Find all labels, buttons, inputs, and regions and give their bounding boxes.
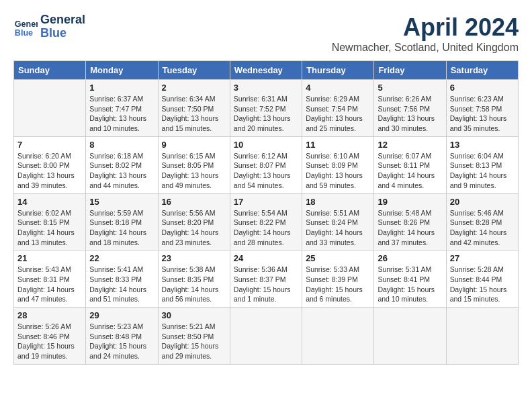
calendar-cell: [374, 308, 446, 365]
day-number: 14: [17, 197, 82, 207]
day-number: 22: [89, 253, 154, 263]
week-row-3: 14Sunrise: 6:02 AM Sunset: 8:15 PM Dayli…: [14, 193, 519, 250]
calendar-cell: 19Sunrise: 5:48 AM Sunset: 8:26 PM Dayli…: [374, 193, 446, 250]
day-info: Sunrise: 6:34 AM Sunset: 7:50 PM Dayligh…: [162, 94, 226, 134]
day-number: 2: [162, 83, 226, 93]
day-info: Sunrise: 5:28 AM Sunset: 8:44 PM Dayligh…: [450, 265, 515, 304]
day-number: 16: [162, 197, 226, 207]
day-info: Sunrise: 5:46 AM Sunset: 8:28 PM Dayligh…: [450, 208, 515, 248]
day-number: 18: [306, 197, 370, 207]
week-row-4: 21Sunrise: 5:43 AM Sunset: 8:31 PM Dayli…: [14, 250, 519, 308]
day-number: 7: [17, 140, 82, 150]
calendar-cell: 21Sunrise: 5:43 AM Sunset: 8:31 PM Dayli…: [14, 250, 86, 308]
calendar-cell: 11Sunrise: 6:10 AM Sunset: 8:09 PM Dayli…: [302, 136, 374, 193]
calendar-cell: 10Sunrise: 6:12 AM Sunset: 8:07 PM Dayli…: [230, 136, 302, 193]
calendar-cell: [230, 308, 302, 365]
week-row-1: 1Sunrise: 6:37 AM Sunset: 7:47 PM Daylig…: [14, 80, 519, 137]
calendar-cell: 9Sunrise: 6:15 AM Sunset: 8:05 PM Daylig…: [158, 136, 230, 193]
calendar-cell: 17Sunrise: 5:54 AM Sunset: 8:22 PM Dayli…: [230, 193, 302, 250]
day-info: Sunrise: 5:23 AM Sunset: 8:48 PM Dayligh…: [89, 322, 154, 361]
calendar-cell: 27Sunrise: 5:28 AM Sunset: 8:44 PM Dayli…: [446, 250, 518, 308]
day-number: 15: [89, 197, 154, 207]
header-day-thursday: Thursday: [302, 61, 374, 80]
calendar-cell: 16Sunrise: 5:56 AM Sunset: 8:20 PM Dayli…: [158, 193, 230, 250]
calendar-table: SundayMondayTuesdayWednesdayThursdayFrid…: [13, 60, 519, 365]
day-info: Sunrise: 6:26 AM Sunset: 7:56 PM Dayligh…: [378, 94, 442, 134]
header-row: SundayMondayTuesdayWednesdayThursdayFrid…: [14, 61, 519, 80]
day-info: Sunrise: 5:59 AM Sunset: 8:18 PM Dayligh…: [89, 208, 154, 248]
day-info: Sunrise: 6:37 AM Sunset: 7:47 PM Dayligh…: [89, 94, 154, 134]
day-number: 1: [89, 83, 154, 93]
logo: General Blue General Blue: [13, 13, 85, 40]
day-info: Sunrise: 6:18 AM Sunset: 8:02 PM Dayligh…: [89, 151, 154, 191]
calendar-cell: 24Sunrise: 5:36 AM Sunset: 8:37 PM Dayli…: [230, 250, 302, 308]
calendar-cell: [14, 80, 86, 137]
logo-icon: General Blue: [13, 15, 38, 39]
calendar-cell: 26Sunrise: 5:31 AM Sunset: 8:41 PM Dayli…: [374, 250, 446, 308]
day-info: Sunrise: 5:31 AM Sunset: 8:41 PM Dayligh…: [378, 265, 442, 304]
day-info: Sunrise: 5:21 AM Sunset: 8:50 PM Dayligh…: [162, 322, 226, 361]
calendar-cell: 8Sunrise: 6:18 AM Sunset: 8:02 PM Daylig…: [86, 136, 158, 193]
page-header: General Blue General Blue April 2024 New…: [13, 13, 519, 54]
day-number: 28: [17, 310, 82, 320]
day-info: Sunrise: 6:20 AM Sunset: 8:00 PM Dayligh…: [17, 151, 82, 191]
calendar-cell: 3Sunrise: 6:31 AM Sunset: 7:52 PM Daylig…: [230, 80, 302, 137]
day-number: 6: [450, 83, 515, 93]
day-info: Sunrise: 6:29 AM Sunset: 7:54 PM Dayligh…: [306, 94, 370, 134]
location-subtitle: Newmacher, Scotland, United Kingdom: [332, 42, 519, 54]
day-number: 29: [89, 310, 154, 320]
title-block: April 2024 Newmacher, Scotland, United K…: [332, 13, 519, 54]
calendar-cell: [302, 308, 374, 365]
calendar-cell: 29Sunrise: 5:23 AM Sunset: 8:48 PM Dayli…: [86, 308, 158, 365]
calendar-cell: 14Sunrise: 6:02 AM Sunset: 8:15 PM Dayli…: [14, 193, 86, 250]
calendar-cell: 23Sunrise: 5:38 AM Sunset: 8:35 PM Dayli…: [158, 250, 230, 308]
calendar-cell: 30Sunrise: 5:21 AM Sunset: 8:50 PM Dayli…: [158, 308, 230, 365]
day-info: Sunrise: 5:41 AM Sunset: 8:33 PM Dayligh…: [89, 265, 154, 304]
day-number: 21: [17, 253, 82, 263]
calendar-cell: 12Sunrise: 6:07 AM Sunset: 8:11 PM Dayli…: [374, 136, 446, 193]
week-row-2: 7Sunrise: 6:20 AM Sunset: 8:00 PM Daylig…: [14, 136, 519, 193]
day-info: Sunrise: 5:33 AM Sunset: 8:39 PM Dayligh…: [306, 265, 370, 304]
calendar-cell: 20Sunrise: 5:46 AM Sunset: 8:28 PM Dayli…: [446, 193, 518, 250]
day-info: Sunrise: 6:02 AM Sunset: 8:15 PM Dayligh…: [17, 208, 82, 248]
day-info: Sunrise: 5:36 AM Sunset: 8:37 PM Dayligh…: [234, 265, 298, 304]
day-number: 12: [378, 140, 442, 150]
day-info: Sunrise: 5:51 AM Sunset: 8:24 PM Dayligh…: [306, 208, 370, 248]
header-day-wednesday: Wednesday: [230, 61, 302, 80]
svg-text:Blue: Blue: [15, 28, 33, 37]
day-info: Sunrise: 6:31 AM Sunset: 7:52 PM Dayligh…: [234, 94, 298, 134]
day-number: 4: [306, 83, 370, 93]
day-info: Sunrise: 5:26 AM Sunset: 8:46 PM Dayligh…: [17, 322, 82, 361]
day-number: 25: [306, 253, 370, 263]
calendar-cell: 15Sunrise: 5:59 AM Sunset: 8:18 PM Dayli…: [86, 193, 158, 250]
calendar-cell: 7Sunrise: 6:20 AM Sunset: 8:00 PM Daylig…: [14, 136, 86, 193]
header-day-sunday: Sunday: [14, 61, 86, 80]
day-number: 19: [378, 197, 442, 207]
day-info: Sunrise: 6:23 AM Sunset: 7:58 PM Dayligh…: [450, 94, 515, 134]
calendar-cell: [446, 308, 518, 365]
day-number: 26: [378, 253, 442, 263]
day-info: Sunrise: 5:38 AM Sunset: 8:35 PM Dayligh…: [162, 265, 226, 304]
day-number: 30: [162, 310, 226, 320]
day-info: Sunrise: 6:10 AM Sunset: 8:09 PM Dayligh…: [306, 151, 370, 191]
day-info: Sunrise: 5:54 AM Sunset: 8:22 PM Dayligh…: [234, 208, 298, 248]
calendar-cell: 4Sunrise: 6:29 AM Sunset: 7:54 PM Daylig…: [302, 80, 374, 137]
month-title: April 2024: [332, 13, 519, 42]
day-info: Sunrise: 6:07 AM Sunset: 8:11 PM Dayligh…: [378, 151, 442, 191]
week-row-5: 28Sunrise: 5:26 AM Sunset: 8:46 PM Dayli…: [14, 308, 519, 365]
calendar-cell: 25Sunrise: 5:33 AM Sunset: 8:39 PM Dayli…: [302, 250, 374, 308]
day-info: Sunrise: 5:56 AM Sunset: 8:20 PM Dayligh…: [162, 208, 226, 248]
calendar-cell: 6Sunrise: 6:23 AM Sunset: 7:58 PM Daylig…: [446, 80, 518, 137]
day-number: 8: [89, 140, 154, 150]
calendar-cell: 2Sunrise: 6:34 AM Sunset: 7:50 PM Daylig…: [158, 80, 230, 137]
logo-text: General Blue: [40, 13, 85, 40]
day-info: Sunrise: 6:15 AM Sunset: 8:05 PM Dayligh…: [162, 151, 226, 191]
day-number: 20: [450, 197, 515, 207]
day-info: Sunrise: 6:12 AM Sunset: 8:07 PM Dayligh…: [234, 151, 298, 191]
day-number: 17: [234, 197, 298, 207]
day-number: 23: [162, 253, 226, 263]
day-number: 10: [234, 140, 298, 150]
header-day-tuesday: Tuesday: [158, 61, 230, 80]
day-info: Sunrise: 6:04 AM Sunset: 8:13 PM Dayligh…: [450, 151, 515, 191]
calendar-cell: 13Sunrise: 6:04 AM Sunset: 8:13 PM Dayli…: [446, 136, 518, 193]
